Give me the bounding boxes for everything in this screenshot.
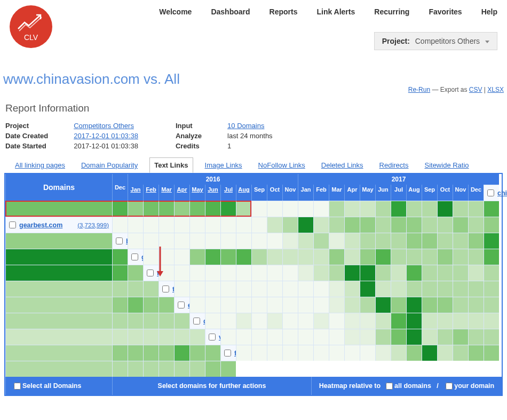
heat-cell[interactable] [298, 233, 313, 249]
heat-cell[interactable] [174, 313, 189, 329]
heat-cell[interactable] [220, 217, 236, 233]
tab-all-linking-pages[interactable]: All linking pages [11, 158, 69, 172]
heat-cell[interactable] [267, 265, 282, 281]
heat-cell[interactable] [468, 345, 484, 361]
heat-cell[interactable] [360, 329, 375, 345]
heat-cell[interactable] [128, 281, 143, 297]
heat-cell[interactable] [205, 265, 220, 281]
heat-cell[interactable] [5, 201, 112, 217]
heat-cell[interactable] [391, 265, 406, 281]
heat-cell[interactable] [205, 249, 220, 265]
heat-cell[interactable] [298, 297, 313, 313]
heat-cell[interactable] [406, 297, 422, 313]
tab-text-links[interactable]: Text Links [149, 157, 193, 173]
heat-cell[interactable] [313, 249, 329, 265]
heat-your-domain-checkbox[interactable] [446, 383, 453, 390]
heat-cell[interactable] [282, 345, 298, 361]
nav-dashboard[interactable]: Dashboard [211, 7, 250, 16]
heat-cell[interactable] [437, 265, 453, 281]
tab-redirects[interactable]: Redirects [375, 158, 413, 172]
heat-cell[interactable] [282, 249, 298, 265]
heat-cell[interactable] [329, 249, 344, 265]
heat-cell[interactable] [313, 201, 329, 217]
heat-cell[interactable] [406, 313, 422, 329]
heat-cell[interactable] [484, 329, 499, 345]
month-head[interactable]: Apr [174, 185, 189, 201]
heat-cell[interactable] [422, 329, 437, 345]
heat-cell[interactable] [189, 201, 205, 217]
rerun-link[interactable]: Re-Run [408, 86, 430, 93]
heat-cell[interactable] [236, 233, 251, 249]
heat-cell[interactable] [453, 201, 468, 217]
heat-cell[interactable] [128, 313, 143, 329]
heat-cell[interactable] [453, 233, 468, 249]
heat-cell[interactable] [143, 281, 159, 297]
heat-cell[interactable] [406, 201, 422, 217]
heat-cell[interactable] [251, 217, 267, 233]
heat-cell[interactable] [344, 281, 360, 297]
heat-cell[interactable] [282, 265, 298, 281]
heat-cell[interactable] [267, 249, 282, 265]
heat-cell[interactable] [391, 345, 406, 361]
meta-value[interactable]: 2017-12-01 01:03:38 [74, 132, 138, 140]
heat-cell[interactable] [236, 345, 251, 361]
heat-cell[interactable] [112, 281, 128, 297]
heat-cell[interactable] [298, 249, 313, 265]
heat-cell[interactable] [205, 361, 220, 377]
domain-checkbox[interactable] [193, 318, 200, 324]
heat-cell[interactable] [143, 345, 159, 361]
heat-cell[interactable] [360, 217, 375, 233]
heat-cell[interactable] [220, 281, 236, 297]
heat-cell[interactable] [422, 345, 437, 361]
heat-cell[interactable] [267, 313, 282, 329]
heat-cell[interactable] [236, 313, 251, 329]
domain-count[interactable]: (3,723,999) [77, 222, 109, 228]
heat-cell[interactable] [220, 249, 236, 265]
heat-cell[interactable] [468, 249, 484, 265]
heat-cell[interactable] [344, 233, 360, 249]
heat-cell[interactable] [112, 297, 128, 313]
month-head[interactable]: Jul [220, 185, 236, 201]
export-xlsx-link[interactable]: XLSX [487, 86, 504, 93]
heat-cell[interactable] [220, 313, 236, 329]
heat-cell[interactable] [143, 297, 159, 313]
heat-cell[interactable] [375, 233, 391, 249]
heat-cell[interactable] [189, 265, 205, 281]
heat-cell[interactable] [391, 217, 406, 233]
heat-cell[interactable] [220, 233, 236, 249]
domain-checkbox[interactable] [116, 237, 123, 244]
heat-cell[interactable] [360, 249, 375, 265]
heat-cell[interactable] [251, 345, 267, 361]
heat-cell[interactable] [422, 313, 437, 329]
heat-cell[interactable] [205, 217, 220, 233]
heat-cell[interactable] [437, 329, 453, 345]
heat-cell[interactable] [453, 217, 468, 233]
heat-cell[interactable] [236, 265, 251, 281]
heat-cell[interactable] [484, 233, 499, 249]
heat-cell[interactable] [406, 265, 422, 281]
heat-cell[interactable] [484, 217, 499, 233]
heat-cell[interactable] [251, 201, 267, 217]
heat-cell[interactable] [391, 329, 406, 345]
month-head[interactable]: Aug [236, 185, 251, 201]
heat-cell[interactable] [236, 217, 251, 233]
domain-checkbox[interactable] [147, 270, 154, 276]
heat-cell[interactable] [112, 345, 128, 361]
heat-cell[interactable] [360, 313, 375, 329]
heat-cell[interactable] [375, 313, 391, 329]
heat-cell[interactable] [143, 329, 159, 345]
heat-cell[interactable] [313, 329, 329, 345]
heat-cell[interactable] [112, 249, 128, 265]
domain-checkbox[interactable] [131, 253, 138, 260]
heat-cell[interactable] [236, 281, 251, 297]
heat-cell[interactable] [313, 265, 329, 281]
heat-cell[interactable] [267, 233, 282, 249]
heat-cell[interactable] [360, 265, 375, 281]
heat-cell[interactable] [159, 201, 174, 217]
domain-checkbox[interactable] [178, 302, 185, 308]
heat-cell[interactable] [344, 313, 360, 329]
heat-cell[interactable] [189, 329, 205, 345]
heat-cell[interactable] [128, 217, 143, 233]
heat-cell[interactable] [174, 265, 189, 281]
month-head[interactable]: Feb [143, 185, 159, 201]
